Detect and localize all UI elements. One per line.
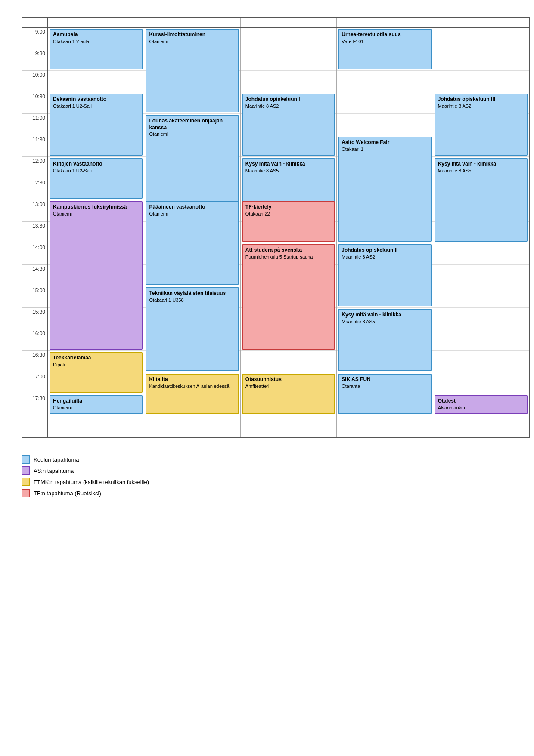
time-slot-1400: 14:00 <box>22 243 47 265</box>
time-slot-1230: 12:30 <box>22 178 47 200</box>
event-location-hengailu: Otaniemi <box>53 405 139 411</box>
event-title-aamupala: Aamupala <box>53 31 139 38</box>
time-slot-1700: 17:00 <box>22 372 47 394</box>
time-slot-1330: 13:30 <box>22 222 47 243</box>
time-slot-1200: 12:00 <box>22 157 47 178</box>
event-location-tekniikan: Otakaari 1 U358 <box>149 297 235 303</box>
legend-box-koulun <box>22 455 30 464</box>
event-johdatus3: Johdatus opiskeluun IIIMaarintie 8 AS2 <box>435 94 528 156</box>
legend-box-ftmk <box>22 478 30 486</box>
event-title-teekkarielama: Teekkarielämää <box>53 355 139 362</box>
event-title-johdatus1: Johdatus opiskeluun I <box>245 96 332 103</box>
event-aalto-welcome: Aalto Welcome FairOtakaari 1 <box>338 137 431 242</box>
event-location-johdatus2: Maarintie 8 AS2 <box>342 254 428 260</box>
event-att-studera: Att studera på svenskaPuumiehenkuja 5 St… <box>242 244 335 350</box>
event-title-kysy3: Kysy mtä vain - klinikka <box>438 161 524 168</box>
event-location-tf-kiertely: Otakaari 22 <box>245 211 332 217</box>
event-title-kiltailta: Kiltailta <box>149 376 235 383</box>
event-title-tf-kiertely: TF-kiertely <box>245 204 332 211</box>
time-column: 9:009:3010:0010:3011:0011:3012:0012:3013… <box>22 28 48 437</box>
event-title-lounas: Lounas akateeminen ohjaajan kanssa <box>149 118 235 131</box>
event-kampus: Kampuskierros fuksiryhmissäOtaniemi <box>50 201 143 350</box>
legend-item-tfn: TF:n tapahtuma (Ruotsiksi) <box>22 489 512 497</box>
event-title-tekniikan: Tekniikan väyläläisten tilaisuus <box>149 290 235 297</box>
legend-item-koulun: Koulun tapahtuma <box>22 455 512 464</box>
time-slot-900: 9:00 <box>22 28 47 49</box>
time-slot-1500: 15:00 <box>22 286 47 308</box>
event-title-dekaani: Dekaanin vastaanotto <box>53 96 139 103</box>
event-johdatus1: Johdatus opiskeluun IMaarintie 8 AS2 <box>242 94 335 156</box>
event-location-johdatus3: Maarintie 8 AS2 <box>438 103 524 109</box>
event-johdatus2: Johdatus opiskeluun IIMaarintie 8 AS2 <box>338 244 431 306</box>
event-otasuunnistus: OtasuunnistusAmfiteatteri <box>242 374 335 414</box>
legend-box-asn <box>22 466 30 475</box>
event-location-urhea: Väre F101 <box>342 38 428 44</box>
event-title-otafest: Otafest <box>438 398 524 405</box>
event-hengailu: HengailuiltaOtaniemi <box>50 395 143 414</box>
event-title-kurssi: Kurssi-ilmoittatuminen <box>149 31 235 38</box>
legend-item-asn: AS:n tapahtuma <box>22 466 512 475</box>
time-col-header <box>22 18 48 27</box>
legend-box-tfn <box>22 489 30 497</box>
event-sik-as-fun: SIK AS FUNOtaranta <box>338 374 431 414</box>
day-header-thu <box>337 18 433 27</box>
day-header-mon <box>48 18 144 27</box>
time-slot-930: 9:30 <box>22 49 47 71</box>
legend-label-ftmk: FTMK:n tapahtuma (kaikille tekniikan fuk… <box>34 479 149 485</box>
event-location-kysy3: Maarintie 8 AS5 <box>438 168 524 174</box>
day-col-wed: Johdatus opiskeluun IMaarintie 8 AS2Kysy… <box>241 28 337 437</box>
event-location-otasuunnistus: Amfiteatteri <box>245 383 332 389</box>
day-header-wed <box>241 18 337 27</box>
event-paaineen: Pääaineen vastaanottoOtaniemi <box>146 201 239 285</box>
event-tf-kiertely: TF-kiertelyOtakaari 22 <box>242 201 335 242</box>
event-title-paaineen: Pääaineen vastaanotto <box>149 204 235 211</box>
day-col-fri: Johdatus opiskeluun IIIMaarintie 8 AS2Ky… <box>433 28 529 437</box>
day-col-mon: AamupalaOtakaari 1 Y-aulaDekaanin vastaa… <box>48 28 144 437</box>
time-slot-1730: 17:30 <box>22 394 47 415</box>
time-slot-1300: 13:00 <box>22 200 47 222</box>
event-location-kiltojen: Otakaari 1 U2-Sali <box>53 168 139 174</box>
legend-label-tfn: TF:n tapahtuma (Ruotsiksi) <box>34 490 101 497</box>
event-kiltailta: KiltailtaKandidaattikeskuksen A-aulan ed… <box>146 374 239 414</box>
event-title-johdatus3: Johdatus opiskeluun III <box>438 96 524 103</box>
event-location-aamupala: Otakaari 1 Y-aula <box>53 38 139 44</box>
event-location-sik-as-fun: Otaranta <box>342 383 428 389</box>
time-slot-1600: 16:00 <box>22 329 47 351</box>
event-dekaani: Dekaanin vastaanottoOtakaari 1 U2-Sali <box>50 94 143 156</box>
legend-label-koulun: Koulun tapahtuma <box>34 456 79 463</box>
schedule-header <box>22 18 529 28</box>
event-location-teekkarielama: Dipoli <box>53 362 139 368</box>
event-title-kysy1: Kysy mitä vain - klinikka <box>245 161 332 168</box>
legend-label-asn: AS:n tapahtuma <box>34 468 74 474</box>
event-title-johdatus2: Johdatus opiskeluun II <box>342 247 428 254</box>
event-location-kysy1: Maarintie 8 AS5 <box>245 168 332 174</box>
event-otafest: OtafestAlvarin aukio <box>435 395 528 414</box>
event-tekniikan: Tekniikan väyläläisten tilaisuusOtakaari… <box>146 287 239 371</box>
event-location-kurssi: Otaniemi <box>149 38 235 44</box>
days-grid: AamupalaOtakaari 1 Y-aulaDekaanin vastaa… <box>48 28 529 437</box>
time-slot-1630: 16:30 <box>22 351 47 372</box>
day-header-tue <box>144 18 240 27</box>
time-slot-1030: 10:30 <box>22 92 47 114</box>
legend-item-ftmk: FTMK:n tapahtuma (kaikille tekniikan fuk… <box>22 478 512 486</box>
event-location-att-studera: Puumiehenkuja 5 Startup sauna <box>245 254 332 260</box>
event-teekkarielama: TeekkarielämääDipoli <box>50 352 143 393</box>
time-slot-1100: 11:00 <box>22 114 47 135</box>
event-location-paaineen: Otaniemi <box>149 211 235 217</box>
event-location-dekaani: Otakaari 1 U2-Sali <box>53 103 139 109</box>
event-title-otasuunnistus: Otasuunnistus <box>245 376 332 383</box>
day-header-fri <box>433 18 529 27</box>
event-location-kiltailta: Kandidaattikeskuksen A-aulan edessä <box>149 383 235 389</box>
event-location-aalto-welcome: Otakaari 1 <box>342 146 428 152</box>
event-kysy3: Kysy mtä vain - klinikkaMaarintie 8 AS5 <box>435 158 528 242</box>
event-title-att-studera: Att studera på svenska <box>245 247 332 254</box>
schedule-body: 9:009:3010:0010:3011:0011:3012:0012:3013… <box>22 28 529 437</box>
event-title-hengailu: Hengailuilta <box>53 398 139 405</box>
event-kurssi: Kurssi-ilmoittatuminenOtaniemi <box>146 29 239 112</box>
event-location-johdatus1: Maarintie 8 AS2 <box>245 103 332 109</box>
event-title-kampus: Kampuskierros fuksiryhmissä <box>53 204 139 211</box>
day-col-tue: Kurssi-ilmoittatuminenOtaniemiLounas aka… <box>144 28 240 437</box>
event-title-sik-as-fun: SIK AS FUN <box>342 376 428 383</box>
event-aamupala: AamupalaOtakaari 1 Y-aula <box>50 29 143 69</box>
event-title-kysy2: Kysy mitä vain - klinikka <box>342 312 428 319</box>
